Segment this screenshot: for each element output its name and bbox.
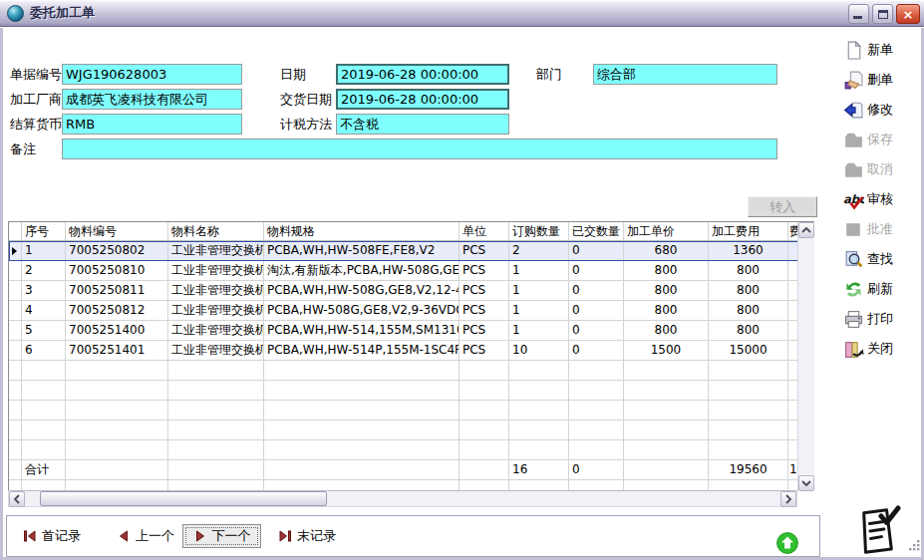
cell-order-qty: 1 — [509, 261, 569, 280]
total-order-qty: 16 — [509, 460, 569, 479]
cell-order-qty: 1 — [509, 301, 569, 320]
maximize-button[interactable] — [872, 4, 893, 24]
sidebar-label: 保存 — [867, 131, 893, 148]
cell-process-fee: 800 — [709, 321, 788, 340]
table-row[interactable]: 5 7005251400 工业非管理交换机 PCBA,WH,HW-514,155… — [9, 321, 798, 341]
prev-record-label: 上一个 — [136, 527, 174, 545]
cell-seq: 1 — [22, 241, 66, 260]
last-record-label: 末记录 — [297, 527, 336, 545]
print-icon — [843, 309, 864, 330]
delete-doc-button[interactable]: 删单 — [843, 68, 919, 92]
col-header-order-qty: 订购数量 — [509, 222, 569, 240]
new-doc-button[interactable]: 新单 — [843, 38, 919, 62]
print-button[interactable]: 打印 — [843, 307, 919, 331]
close-button[interactable]: × — [896, 4, 920, 24]
find-button[interactable]: 查找 — [843, 247, 919, 271]
prev-record-icon — [117, 529, 131, 543]
app-window: 委托加工单 × 单据编号 加工厂商 结算货币 备注 日期 交货日期 计税方法 部… — [0, 0, 924, 560]
minimize-button[interactable] — [848, 4, 869, 24]
sidebar-label: 新单 — [867, 41, 893, 59]
vertical-scrollbar[interactable] — [797, 222, 814, 491]
empty-grid-tail — [9, 480, 798, 490]
cell-item-no: 7005250802 — [66, 241, 168, 260]
row-indicator — [9, 261, 22, 280]
row-indicator-header — [9, 222, 22, 240]
delivery-date-field[interactable] — [336, 89, 509, 110]
cell-process-fee: 800 — [709, 261, 788, 280]
scroll-right-button[interactable] — [780, 491, 796, 507]
department-field[interactable] — [593, 64, 777, 85]
close-icon: × — [897, 6, 919, 23]
approve-icon — [843, 219, 864, 240]
cancel-icon — [843, 159, 864, 180]
close-form-button[interactable]: 关闭 — [843, 337, 919, 361]
audit-button[interactable]: abc 审核 — [843, 187, 919, 211]
scroll-up-button[interactable] — [798, 222, 814, 238]
date-label: 日期 — [280, 64, 306, 85]
date-field[interactable] — [336, 64, 509, 85]
table-row[interactable]: 2 7005250810 工业非管理交换机 淘汰,有新版本,PCBA,HW-50… — [9, 261, 798, 281]
horizontal-scrollbar[interactable] — [8, 490, 797, 507]
remark-field[interactable] — [62, 139, 777, 159]
app-icon — [7, 5, 24, 22]
status-badge — [776, 532, 798, 558]
find-icon — [843, 249, 864, 270]
cell-process-fee: 800 — [709, 301, 788, 320]
resize-grip[interactable] — [907, 536, 920, 555]
col-header-item-spec: 物料规格 — [264, 222, 460, 240]
scrollbar-thumb[interactable] — [40, 491, 327, 506]
modify-button[interactable]: 修改 — [843, 98, 919, 122]
cell-seq: 4 — [22, 301, 66, 320]
cell-item-no: 7005250812 — [66, 301, 168, 320]
cell-delivered: 0 — [569, 281, 624, 300]
sidebar-label: 删单 — [867, 71, 893, 89]
cell-unit-price: 800 — [624, 281, 709, 300]
maximize-icon — [878, 10, 888, 19]
scroll-down-button[interactable] — [798, 475, 814, 491]
next-record-button[interactable]: 下一个 — [182, 524, 261, 548]
total-delivered: 0 — [569, 460, 624, 479]
save-button: 保存 — [843, 128, 919, 151]
row-indicator — [9, 460, 22, 479]
tax-method-field[interactable] — [336, 114, 509, 135]
cell-item-spec: 淘汰,有新版本,PCBA,HW-508G,GE8 — [264, 261, 460, 280]
window-title: 委托加工单 — [30, 4, 95, 22]
cell-order-qty: 2 — [509, 241, 569, 260]
sidebar-label: 查找 — [867, 250, 893, 268]
total-process-fee: 19560 — [709, 460, 788, 479]
doc-no-field[interactable] — [62, 64, 242, 85]
first-record-button[interactable]: 首记录 — [23, 527, 81, 545]
cell-item-name: 工业非管理交换机 — [168, 301, 264, 320]
table-row[interactable]: 3 7005250811 工业非管理交换机 PCBA,WH,HW-508G,GE… — [9, 281, 798, 301]
sidebar-label: 修改 — [867, 101, 893, 119]
table-row[interactable]: 4 7005250812 工业非管理交换机 PCBA,HW-508G,GE8,V… — [9, 301, 798, 321]
col-header-unit: 单位 — [460, 222, 509, 240]
minimize-icon — [853, 16, 862, 19]
table-row[interactable]: 6 7005251401 工业非管理交换机 PCBA,WH,HW-514P,15… — [9, 341, 798, 361]
refresh-button[interactable]: 刷新 — [843, 277, 919, 301]
items-table: 序号 物料编号 物料名称 物料规格 单位 订购数量 已交数量 加工单价 加工费用… — [8, 221, 814, 490]
cell-unit: PCS — [460, 301, 509, 320]
cell-order-qty: 1 — [509, 321, 569, 340]
sidebar-label: 取消 — [867, 160, 893, 178]
table-row[interactable]: 1 7005250802 工业非管理交换机 PCBA,WH,HW-508FE,F… — [9, 241, 798, 261]
cell-delivered: 0 — [569, 241, 624, 260]
cell-item-spec: PCBA,WH,HW-514,155M,SM1310,2 — [264, 321, 460, 340]
cancel-button: 取消 — [843, 157, 919, 181]
empty-grid-rows — [9, 361, 798, 460]
last-record-button[interactable]: 末记录 — [278, 527, 336, 545]
total-empty-cell — [168, 460, 264, 479]
total-label: 合计 — [22, 460, 66, 479]
department-label: 部门 — [536, 64, 562, 85]
sidebar-label: 关闭 — [867, 340, 893, 358]
row-indicator — [9, 281, 22, 300]
cell-item-name: 工业非管理交换机 — [168, 321, 264, 340]
prev-record-button[interactable]: 上一个 — [117, 527, 174, 545]
save-icon — [843, 130, 864, 150]
modify-icon — [843, 100, 864, 121]
scroll-left-button[interactable] — [9, 491, 25, 507]
currency-field[interactable] — [62, 114, 242, 135]
manufacturer-field[interactable] — [62, 89, 242, 110]
cell-unit-price: 1500 — [624, 341, 709, 360]
record-nav-panel: 首记录 上一个 下一个 末记录 — [6, 515, 820, 557]
